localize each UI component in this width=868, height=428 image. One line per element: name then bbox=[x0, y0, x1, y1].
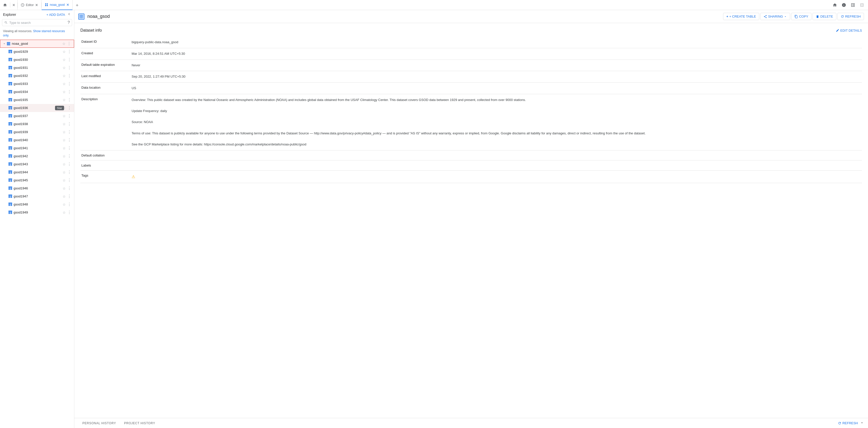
tree-item-more-button[interactable]: ⋮ bbox=[67, 169, 72, 175]
tree-item-star-button[interactable]: ☆ bbox=[62, 81, 66, 86]
tree-item-more-button[interactable]: ⋮ bbox=[67, 49, 72, 55]
tree-item-star-button[interactable]: ☆ bbox=[62, 178, 66, 183]
tree-item-gsod1932[interactable]: gsod1932 ☆ ⋮ bbox=[0, 72, 74, 80]
collapse-panel-button[interactable] bbox=[860, 421, 864, 426]
svg-rect-23 bbox=[10, 59, 12, 59]
tree-item-star-button[interactable]: ☆ bbox=[62, 57, 66, 62]
tree-item-more-button[interactable]: ⋮ bbox=[67, 161, 72, 167]
tab-editor[interactable]: Editor ✕ bbox=[18, 0, 41, 10]
tree-item-more-button[interactable]: ⋮ bbox=[67, 193, 72, 199]
tree-item-star-button[interactable]: ☆ bbox=[62, 114, 66, 119]
tree-root-more-button[interactable]: ⋮ bbox=[67, 41, 72, 47]
svg-rect-159 bbox=[8, 213, 10, 214]
tree-item-gsod1942[interactable]: gsod1942 ☆ ⋮ bbox=[0, 152, 74, 160]
tree-item-more-button[interactable]: ⋮ bbox=[67, 105, 72, 111]
tree-item-star-button[interactable]: ☆ bbox=[62, 49, 66, 54]
nav-home-icon[interactable] bbox=[831, 1, 839, 9]
tree-item-star-button[interactable]: ☆ bbox=[62, 122, 66, 127]
refresh-button[interactable]: REFRESH bbox=[837, 13, 864, 20]
nav-table-icon[interactable] bbox=[849, 1, 857, 9]
tree-item-star-button[interactable]: ☆ bbox=[62, 170, 66, 175]
tree-item-gsod1949[interactable]: gsod1949 ☆ ⋮ bbox=[0, 209, 74, 216]
tree-item-gsod1945[interactable]: gsod1945 ☆ ⋮ bbox=[0, 176, 74, 184]
add-tab-button[interactable]: ＋ bbox=[72, 0, 82, 9]
tree-item-more-button[interactable]: ⋮ bbox=[67, 57, 72, 63]
svg-rect-101 bbox=[8, 148, 10, 149]
nav-fullscreen-icon[interactable] bbox=[858, 1, 866, 9]
tree-item-star-button[interactable]: ☆ bbox=[62, 210, 66, 215]
create-table-button[interactable]: + + CREATE TABLE bbox=[723, 13, 759, 20]
tree-item-more-button[interactable]: ⋮ bbox=[67, 153, 72, 159]
tree-item-more-button[interactable]: ⋮ bbox=[67, 73, 72, 79]
tree-item-star-button[interactable]: ☆ bbox=[62, 137, 66, 143]
delete-button[interactable]: DELETE bbox=[812, 13, 836, 20]
tree-item-gsod1929[interactable]: gsod1929 ☆ ⋮ bbox=[0, 48, 74, 56]
tree-item-more-button[interactable]: ⋮ bbox=[67, 97, 72, 103]
sharing-button[interactable]: SHARING bbox=[760, 13, 790, 20]
copy-button[interactable]: COPY bbox=[791, 13, 811, 20]
tree-item-gsod1947[interactable]: gsod1947 ☆ ⋮ bbox=[0, 192, 74, 201]
tree-item-more-button[interactable]: ⋮ bbox=[67, 65, 72, 70]
tree-item-star-button[interactable]: ☆ bbox=[62, 194, 66, 199]
tree-item-more-button[interactable]: ⋮ bbox=[67, 145, 72, 151]
svg-rect-90 bbox=[10, 133, 12, 133]
tab-home-close[interactable]: ✕ bbox=[10, 0, 18, 10]
tree-item-star-button[interactable]: ☆ bbox=[62, 130, 66, 134]
tree-item-gsod1935[interactable]: gsod1935 ☆ ⋮ bbox=[0, 96, 74, 104]
edit-details-button[interactable]: EDIT DETAILS bbox=[836, 29, 862, 32]
tree-item-more-button[interactable]: ⋮ bbox=[67, 113, 72, 119]
sidebar-collapse-button[interactable] bbox=[67, 12, 71, 17]
tree-item-star-button[interactable]: ☆ bbox=[62, 186, 66, 191]
tree-item-more-button[interactable]: ⋮ bbox=[67, 121, 72, 127]
search-input[interactable] bbox=[9, 21, 66, 25]
tree-item-gsod1933[interactable]: gsod1933 ☆ ⋮ bbox=[0, 80, 74, 88]
tree-item-gsod1948[interactable]: gsod1948 ☆ ⋮ bbox=[0, 201, 74, 209]
tree-item-gsod1930[interactable]: gsod1930 ☆ ⋮ bbox=[0, 56, 74, 64]
table-icon bbox=[8, 90, 12, 94]
close-icon[interactable]: ✕ bbox=[12, 3, 15, 7]
tree-item-more-button[interactable]: ⋮ bbox=[67, 137, 72, 143]
tab-editor-close-icon[interactable]: ✕ bbox=[35, 3, 38, 7]
tree-item-more-button[interactable]: ⋮ bbox=[67, 81, 72, 87]
tree-item-star-button[interactable]: ☆ bbox=[62, 154, 66, 159]
tree-item-star-button[interactable]: ☆ bbox=[62, 162, 66, 167]
tree-item-gsod1938[interactable]: gsod1938 ☆ ⋮ bbox=[0, 120, 74, 128]
tree-item-more-button[interactable]: ⋮ bbox=[67, 177, 72, 183]
tree-item-gsod1939[interactable]: gsod1939 ☆ ⋮ bbox=[0, 128, 74, 136]
history-refresh-button[interactable]: REFRESH bbox=[838, 421, 858, 425]
tree-item-star-button[interactable]: ☆ bbox=[62, 65, 66, 70]
tree-item-star-button[interactable]: ☆ bbox=[62, 105, 66, 111]
tree-root-star-button[interactable]: ☆ bbox=[62, 41, 66, 46]
tree-item-gsod1944[interactable]: gsod1944 ☆ ⋮ bbox=[0, 168, 74, 176]
tree-item-star-button[interactable]: ☆ bbox=[62, 89, 66, 94]
add-data-button[interactable]: + ADD DATA bbox=[46, 13, 65, 17]
project-history-tab[interactable]: PROJECT HISTORY bbox=[120, 418, 159, 428]
svg-rect-1 bbox=[45, 3, 46, 4]
tree-item-gsod1946[interactable]: gsod1946 ☆ ⋮ bbox=[0, 184, 74, 192]
tab-noaa-gsod[interactable]: noaa_gsod ✕ bbox=[42, 0, 72, 10]
tree-item-gsod1940[interactable]: gsod1940 ☆ ⋮ bbox=[0, 136, 74, 144]
tree-item-more-button[interactable]: ⋮ bbox=[67, 202, 72, 207]
personal-history-tab[interactable]: PERSONAL HISTORY bbox=[79, 418, 120, 428]
tree-item-more-button[interactable]: ⋮ bbox=[67, 129, 72, 135]
home-tab-btn[interactable] bbox=[0, 0, 10, 10]
tab-noaa-gsod-close-icon[interactable]: ✕ bbox=[66, 3, 69, 7]
tree-item-star-button[interactable]: ☆ bbox=[62, 202, 66, 207]
tree-item-gsod1943[interactable]: gsod1943 ☆ ⋮ bbox=[0, 160, 74, 168]
svg-rect-84 bbox=[8, 130, 12, 131]
create-table-label: + CREATE TABLE bbox=[730, 14, 756, 18]
tree-item-gsod1941[interactable]: gsod1941 ☆ ⋮ bbox=[0, 144, 74, 152]
tree-item-more-button[interactable]: ⋮ bbox=[67, 210, 72, 215]
help-icon[interactable]: ? bbox=[68, 20, 70, 25]
tree-item-more-button[interactable]: ⋮ bbox=[67, 185, 72, 191]
tree-item-gsod1937[interactable]: gsod1937 ☆ ⋮ bbox=[0, 112, 74, 120]
tree-item-gsod1934[interactable]: gsod1934 ☆ ⋮ bbox=[0, 88, 74, 96]
tree-item-gsod1931[interactable]: gsod1931 ☆ ⋮ bbox=[0, 64, 74, 72]
nav-info-icon[interactable] bbox=[840, 1, 848, 9]
tree-item-more-button[interactable]: ⋮ bbox=[67, 89, 72, 95]
tree-item-star-button[interactable]: ☆ bbox=[62, 146, 66, 151]
tree-item-star-button[interactable]: ☆ bbox=[62, 97, 66, 102]
tree-root-noaa-gsod[interactable]: noaa_gsod ☆ ⋮ bbox=[0, 40, 74, 48]
tree-item-gsod1936[interactable]: gsod1936 Star ☆ ⋮ bbox=[0, 104, 74, 112]
tree-item-star-button[interactable]: ☆ bbox=[62, 73, 66, 79]
